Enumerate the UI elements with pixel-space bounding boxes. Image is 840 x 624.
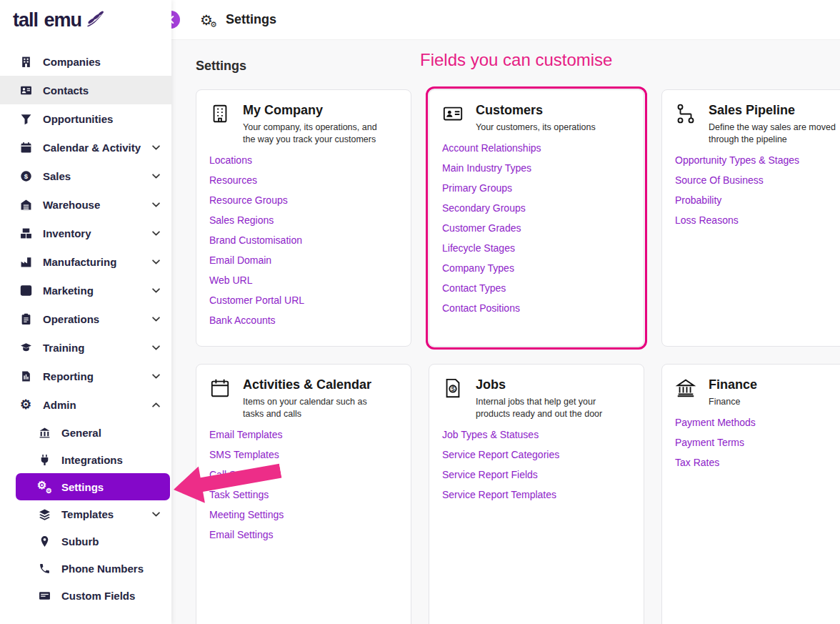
- link-service-report-templates[interactable]: Service Report Templates: [442, 489, 631, 500]
- link-lifecycle-stages[interactable]: Lifecycle Stages: [442, 242, 631, 254]
- clipboard-icon: [19, 313, 33, 325]
- card-links: Locations Resources Resource Groups Sale…: [209, 154, 398, 326]
- chevron-down-icon: [152, 202, 160, 207]
- chart-icon: [19, 284, 33, 297]
- topbar: ⚙⚙ Settings: [171, 0, 840, 40]
- link-company-types[interactable]: Company Types: [442, 262, 631, 274]
- link-main-industry-types[interactable]: Main Industry Types: [442, 162, 631, 174]
- link-probability[interactable]: Probability: [675, 194, 840, 206]
- sidebar-item-label: Integrations: [61, 454, 123, 466]
- link-secondary-groups[interactable]: Secondary Groups: [442, 202, 631, 214]
- sales-dollar-icon: $: [19, 170, 33, 182]
- sidebar-item-marketing[interactable]: Marketing: [0, 276, 171, 304]
- link-customer-grades[interactable]: Customer Grades: [442, 222, 631, 234]
- card-links: Email Templates SMS Templates Call Setti…: [209, 429, 398, 540]
- sidebar-item-operations[interactable]: Operations: [0, 304, 171, 333]
- phone-icon: [37, 563, 51, 575]
- chevron-down-icon: [152, 174, 160, 179]
- gears-icon: ⚙⚙: [37, 480, 51, 494]
- link-service-report-categories[interactable]: Service Report Categories: [442, 449, 631, 460]
- sidebar-item-label: Custom Fields: [61, 590, 135, 602]
- link-customer-portal-url[interactable]: Customer Portal URL: [209, 294, 398, 306]
- link-payment-terms[interactable]: Payment Terms: [675, 437, 840, 448]
- sidebar-item-label: Manufacturing: [43, 256, 116, 268]
- link-source-of-business[interactable]: Source Of Business: [675, 174, 840, 186]
- sidebar-item-settings[interactable]: ⚙⚙ Settings: [16, 473, 170, 500]
- link-call-settings[interactable]: Call Settings: [209, 469, 398, 480]
- sidebar-item-custom-fields[interactable]: Custom Fields: [0, 582, 171, 609]
- building-icon: [37, 427, 51, 439]
- link-contact-positions[interactable]: Contact Positions: [442, 302, 631, 314]
- link-opportunity-types-stages[interactable]: Opportunity Types & Stages: [675, 154, 840, 166]
- sidebar-item-training[interactable]: Training: [0, 333, 171, 362]
- link-email-templates[interactable]: Email Templates: [209, 429, 398, 440]
- svg-text:$: $: [451, 385, 455, 392]
- sidebar-item-label: Suburb: [61, 535, 99, 548]
- sidebar-item-manufacturing[interactable]: Manufacturing: [0, 247, 171, 276]
- sidebar-item-warehouse[interactable]: Warehouse: [0, 190, 171, 219]
- sidebar-item-opportunities[interactable]: Opportunities: [0, 104, 171, 133]
- sidebar-item-label: Sales: [43, 170, 71, 182]
- plug-icon: [37, 454, 51, 466]
- sidebar-item-sales[interactable]: $ Sales: [0, 162, 171, 190]
- card-links: Account Relationships Main Industry Type…: [442, 142, 631, 314]
- sidebar-item-phone-numbers[interactable]: Phone Numbers: [0, 555, 171, 582]
- link-service-report-fields[interactable]: Service Report Fields: [442, 469, 631, 480]
- card-title: Sales Pipeline: [709, 101, 840, 118]
- sidebar-item-contacts[interactable]: Contacts: [0, 76, 171, 104]
- link-meeting-settings[interactable]: Meeting Settings: [209, 509, 398, 520]
- card-title: Jobs: [476, 376, 622, 392]
- sidebar-item-general[interactable]: General: [0, 419, 171, 446]
- job-document-icon: $: [442, 376, 466, 420]
- link-sales-regions[interactable]: Sales Regions: [209, 214, 398, 226]
- sidebar-item-companies[interactable]: Companies: [0, 47, 171, 76]
- content-area: ⚙⚙ Settings Settings Fields you can cust…: [171, 0, 840, 624]
- sidebar-item-label: General: [61, 427, 101, 439]
- chevron-up-icon: [152, 402, 160, 407]
- link-loss-reasons[interactable]: Loss Reasons: [675, 214, 840, 226]
- companies-icon: [19, 56, 33, 68]
- sidebar-item-label: Warehouse: [43, 199, 100, 211]
- sidebar-item-inventory[interactable]: Inventory: [0, 219, 171, 247]
- sidebar-item-calendar-activity[interactable]: Calendar & Activity: [0, 133, 171, 162]
- factory-icon: [19, 256, 33, 268]
- link-primary-groups[interactable]: Primary Groups: [442, 182, 631, 194]
- sidebar-item-label: Admin: [43, 399, 76, 411]
- sidebar-item-label: Calendar & Activity: [43, 142, 141, 154]
- link-bank-accounts[interactable]: Bank Accounts: [209, 315, 398, 326]
- chevron-down-icon: [152, 374, 160, 379]
- main-panel: Settings Fields you can customise My Com…: [171, 40, 840, 624]
- link-locations[interactable]: Locations: [209, 154, 398, 166]
- card-title: Customers: [476, 101, 596, 118]
- link-tax-rates[interactable]: Tax Rates: [675, 457, 840, 468]
- card-description: Finance: [709, 396, 757, 408]
- chevron-down-icon: [152, 288, 160, 293]
- link-contact-types[interactable]: Contact Types: [442, 282, 631, 294]
- link-task-settings[interactable]: Task Settings: [209, 489, 398, 500]
- link-email-domain[interactable]: Email Domain: [209, 254, 398, 266]
- link-brand-customisation[interactable]: Brand Customisation: [209, 234, 398, 246]
- sidebar-item-label: Companies: [43, 56, 101, 68]
- link-resource-groups[interactable]: Resource Groups: [209, 194, 398, 206]
- card-links: Opportunity Types & Stages Source Of Bus…: [675, 154, 840, 226]
- map-pin-icon: [37, 535, 51, 548]
- sidebar-item-admin[interactable]: ⚙ Admin: [0, 390, 171, 419]
- card-header: Finance Finance: [675, 376, 840, 408]
- sidebar-item-integrations[interactable]: Integrations: [0, 446, 171, 473]
- settings-gear-icon: ⚙⚙: [200, 13, 213, 27]
- card-header: $ Jobs Internal jobs that help get your …: [442, 376, 631, 420]
- card-jobs: $ Jobs Internal jobs that help get your …: [429, 364, 644, 624]
- sidebar-item-reporting[interactable]: Reporting: [0, 362, 171, 390]
- link-payment-methods[interactable]: Payment Methods: [675, 417, 840, 428]
- chevron-down-icon: [152, 259, 160, 264]
- sidebar-item-templates[interactable]: Templates: [0, 500, 171, 528]
- link-resources[interactable]: Resources: [209, 174, 398, 186]
- card-activities-calendar: Activities & Calendar Items on your cale…: [196, 364, 411, 624]
- link-sms-templates[interactable]: SMS Templates: [209, 449, 398, 460]
- link-job-types-statuses[interactable]: Job Types & Statuses: [442, 429, 631, 440]
- report-icon: [19, 370, 33, 382]
- link-account-relationships[interactable]: Account Relationships: [442, 142, 631, 154]
- sidebar-item-suburb[interactable]: Suburb: [0, 528, 171, 555]
- link-email-settings[interactable]: Email Settings: [209, 529, 398, 540]
- link-web-url[interactable]: Web URL: [209, 274, 398, 286]
